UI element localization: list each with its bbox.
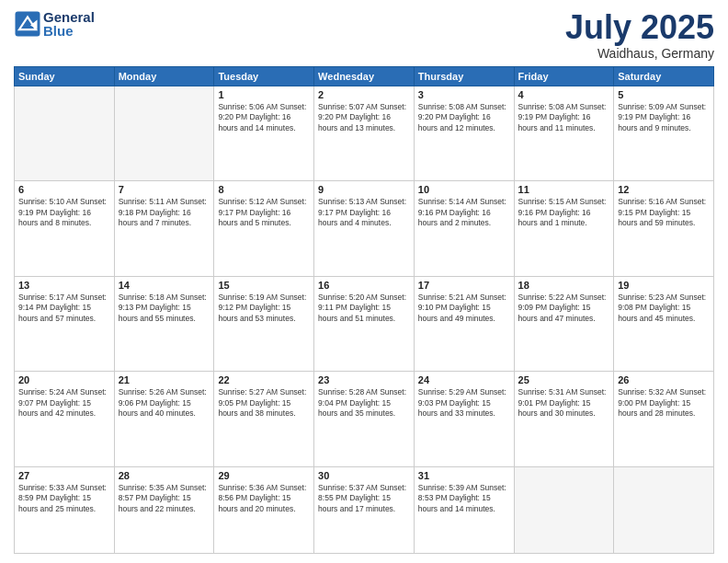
logo-icon <box>14 10 41 38</box>
title-block: July 2025 Waidhaus, Germany <box>565 9 714 61</box>
day-info: Sunrise: 5:33 AM Sunset: 8:59 PM Dayligh… <box>18 483 110 514</box>
calendar-cell <box>15 86 115 181</box>
calendar-cell: 26Sunrise: 5:32 AM Sunset: 9:00 PM Dayli… <box>614 372 714 467</box>
day-info: Sunrise: 5:16 AM Sunset: 9:15 PM Dayligh… <box>618 197 710 228</box>
day-info: Sunrise: 5:20 AM Sunset: 9:11 PM Dayligh… <box>318 293 410 324</box>
calendar-cell: 23Sunrise: 5:28 AM Sunset: 9:04 PM Dayli… <box>314 372 415 467</box>
day-number: 6 <box>18 184 110 195</box>
day-info: Sunrise: 5:23 AM Sunset: 9:08 PM Dayligh… <box>618 293 710 324</box>
day-info: Sunrise: 5:07 AM Sunset: 9:20 PM Dayligh… <box>318 102 410 133</box>
day-info: Sunrise: 5:21 AM Sunset: 9:10 PM Dayligh… <box>418 293 510 324</box>
calendar-cell: 18Sunrise: 5:22 AM Sunset: 9:09 PM Dayli… <box>514 276 614 372</box>
calendar-cell: 5Sunrise: 5:09 AM Sunset: 9:19 PM Daylig… <box>614 86 714 181</box>
day-number: 16 <box>318 280 410 291</box>
week-row-5: 27Sunrise: 5:33 AM Sunset: 8:59 PM Dayli… <box>15 466 714 553</box>
calendar-cell: 14Sunrise: 5:18 AM Sunset: 9:13 PM Dayli… <box>114 276 214 372</box>
day-info: Sunrise: 5:08 AM Sunset: 9:20 PM Dayligh… <box>418 102 510 133</box>
calendar-cell: 25Sunrise: 5:31 AM Sunset: 9:01 PM Dayli… <box>514 372 614 467</box>
week-row-4: 20Sunrise: 5:24 AM Sunset: 9:07 PM Dayli… <box>15 372 714 467</box>
day-number: 21 <box>119 374 210 385</box>
weekday-header-saturday: Saturday <box>614 66 714 86</box>
day-number: 12 <box>618 184 710 195</box>
weekday-header-wednesday: Wednesday <box>314 66 415 86</box>
calendar-cell: 10Sunrise: 5:14 AM Sunset: 9:16 PM Dayli… <box>414 181 514 277</box>
calendar-table: SundayMondayTuesdayWednesdayThursdayFrid… <box>14 66 714 554</box>
day-info: Sunrise: 5:12 AM Sunset: 9:17 PM Dayligh… <box>218 197 310 228</box>
page: General Blue July 2025 Waidhaus, Germany… <box>0 0 728 563</box>
calendar-cell: 8Sunrise: 5:12 AM Sunset: 9:17 PM Daylig… <box>214 181 314 277</box>
calendar-cell: 9Sunrise: 5:13 AM Sunset: 9:17 PM Daylig… <box>314 181 415 277</box>
day-number: 23 <box>318 374 410 385</box>
day-number: 20 <box>18 374 110 385</box>
day-number: 18 <box>518 280 610 291</box>
day-number: 3 <box>418 89 510 100</box>
day-info: Sunrise: 5:36 AM Sunset: 8:56 PM Dayligh… <box>218 483 310 514</box>
calendar-cell: 21Sunrise: 5:26 AM Sunset: 9:06 PM Dayli… <box>114 372 214 467</box>
day-number: 30 <box>318 470 410 481</box>
weekday-header-row: SundayMondayTuesdayWednesdayThursdayFrid… <box>15 66 714 86</box>
day-number: 14 <box>119 280 210 291</box>
day-info: Sunrise: 5:10 AM Sunset: 9:19 PM Dayligh… <box>18 197 110 228</box>
week-row-3: 13Sunrise: 5:17 AM Sunset: 9:14 PM Dayli… <box>15 276 714 372</box>
header: General Blue July 2025 Waidhaus, Germany <box>14 9 714 61</box>
calendar-cell: 19Sunrise: 5:23 AM Sunset: 9:08 PM Dayli… <box>614 276 714 372</box>
day-info: Sunrise: 5:29 AM Sunset: 9:03 PM Dayligh… <box>418 387 510 419</box>
month-title: July 2025 <box>565 9 714 46</box>
calendar-cell: 12Sunrise: 5:16 AM Sunset: 9:15 PM Dayli… <box>614 181 714 277</box>
calendar-cell: 29Sunrise: 5:36 AM Sunset: 8:56 PM Dayli… <box>214 466 314 553</box>
calendar-cell: 16Sunrise: 5:20 AM Sunset: 9:11 PM Dayli… <box>314 276 415 372</box>
day-info: Sunrise: 5:11 AM Sunset: 9:18 PM Dayligh… <box>119 197 210 228</box>
calendar-cell: 15Sunrise: 5:19 AM Sunset: 9:12 PM Dayli… <box>214 276 314 372</box>
calendar-cell: 17Sunrise: 5:21 AM Sunset: 9:10 PM Dayli… <box>414 276 514 372</box>
weekday-header-monday: Monday <box>114 66 214 86</box>
day-info: Sunrise: 5:15 AM Sunset: 9:16 PM Dayligh… <box>518 197 610 228</box>
day-info: Sunrise: 5:26 AM Sunset: 9:06 PM Dayligh… <box>119 387 210 419</box>
location-subtitle: Waidhaus, Germany <box>565 46 714 61</box>
calendar-cell: 3Sunrise: 5:08 AM Sunset: 9:20 PM Daylig… <box>414 86 514 181</box>
day-number: 15 <box>218 280 310 291</box>
calendar-cell: 31Sunrise: 5:39 AM Sunset: 8:53 PM Dayli… <box>414 466 514 553</box>
weekday-header-tuesday: Tuesday <box>214 66 314 86</box>
logo: General Blue <box>14 9 95 39</box>
weekday-header-thursday: Thursday <box>414 66 514 86</box>
calendar-cell: 6Sunrise: 5:10 AM Sunset: 9:19 PM Daylig… <box>15 181 115 277</box>
day-info: Sunrise: 5:31 AM Sunset: 9:01 PM Dayligh… <box>518 387 610 419</box>
week-row-1: 1Sunrise: 5:06 AM Sunset: 9:20 PM Daylig… <box>15 86 714 181</box>
day-number: 29 <box>218 470 310 481</box>
calendar-cell: 1Sunrise: 5:06 AM Sunset: 9:20 PM Daylig… <box>214 86 314 181</box>
day-info: Sunrise: 5:13 AM Sunset: 9:17 PM Dayligh… <box>318 197 410 228</box>
day-info: Sunrise: 5:27 AM Sunset: 9:05 PM Dayligh… <box>218 387 310 419</box>
day-number: 7 <box>119 184 210 195</box>
day-number: 26 <box>618 374 710 385</box>
day-number: 10 <box>418 184 510 195</box>
day-number: 1 <box>218 89 310 100</box>
day-info: Sunrise: 5:17 AM Sunset: 9:14 PM Dayligh… <box>18 293 110 324</box>
day-info: Sunrise: 5:37 AM Sunset: 8:55 PM Dayligh… <box>318 483 410 514</box>
calendar-cell: 24Sunrise: 5:29 AM Sunset: 9:03 PM Dayli… <box>414 372 514 467</box>
weekday-header-friday: Friday <box>514 66 614 86</box>
day-number: 25 <box>518 374 610 385</box>
calendar-cell: 7Sunrise: 5:11 AM Sunset: 9:18 PM Daylig… <box>114 181 214 277</box>
day-info: Sunrise: 5:18 AM Sunset: 9:13 PM Dayligh… <box>119 293 210 324</box>
weekday-header-sunday: Sunday <box>15 66 115 86</box>
day-info: Sunrise: 5:09 AM Sunset: 9:19 PM Dayligh… <box>618 102 710 133</box>
day-number: 5 <box>618 89 710 100</box>
calendar-cell <box>614 466 714 553</box>
calendar-cell <box>114 86 214 181</box>
day-number: 22 <box>218 374 310 385</box>
day-info: Sunrise: 5:35 AM Sunset: 8:57 PM Dayligh… <box>119 483 210 514</box>
day-info: Sunrise: 5:19 AM Sunset: 9:12 PM Dayligh… <box>218 293 310 324</box>
day-number: 2 <box>318 89 410 100</box>
day-info: Sunrise: 5:14 AM Sunset: 9:16 PM Dayligh… <box>418 197 510 228</box>
day-number: 9 <box>318 184 410 195</box>
day-number: 11 <box>518 184 610 195</box>
day-number: 19 <box>618 280 710 291</box>
day-number: 28 <box>119 470 210 481</box>
day-number: 17 <box>418 280 510 291</box>
day-info: Sunrise: 5:06 AM Sunset: 9:20 PM Dayligh… <box>218 102 310 133</box>
calendar-cell: 2Sunrise: 5:07 AM Sunset: 9:20 PM Daylig… <box>314 86 415 181</box>
day-number: 8 <box>218 184 310 195</box>
week-row-2: 6Sunrise: 5:10 AM Sunset: 9:19 PM Daylig… <box>15 181 714 277</box>
day-info: Sunrise: 5:28 AM Sunset: 9:04 PM Dayligh… <box>318 387 410 419</box>
calendar-cell: 28Sunrise: 5:35 AM Sunset: 8:57 PM Dayli… <box>114 466 214 553</box>
